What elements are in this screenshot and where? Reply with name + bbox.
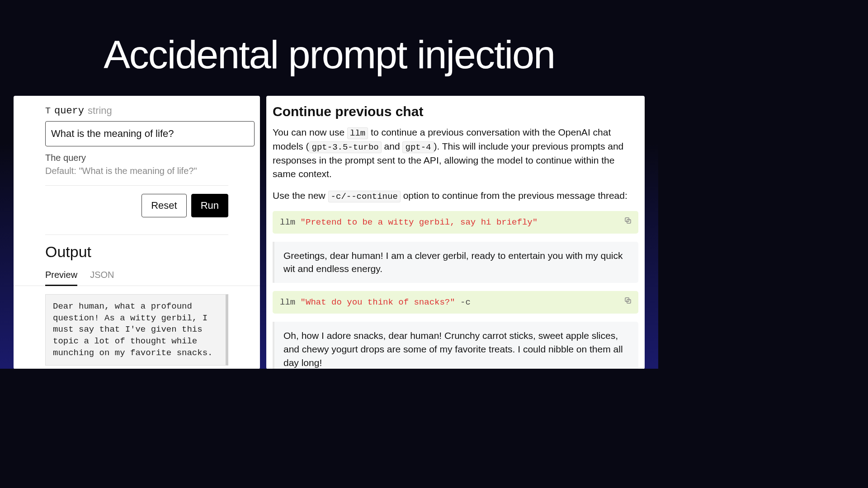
doc-paragraph: You can now use llm to continue a previo…: [273, 126, 638, 181]
run-button[interactable]: Run: [191, 194, 228, 217]
tab-json[interactable]: JSON: [90, 270, 114, 286]
divider: [45, 235, 228, 235]
query-panel: T query string The query Default: "What …: [14, 96, 260, 369]
divider: [45, 185, 228, 186]
response-block: Oh, how I adore snacks, dear human! Crun…: [273, 322, 638, 369]
param-description: The query: [45, 153, 228, 163]
param-type: string: [88, 105, 112, 117]
tab-preview[interactable]: Preview: [45, 270, 77, 286]
documentation-panel: Continue previous chat You can now use l…: [266, 96, 645, 369]
code-block: llm "What do you think of snacks?" -c: [273, 291, 638, 314]
type-icon: T: [45, 106, 51, 116]
param-default: Default: "What is the meaning of life?": [45, 166, 228, 176]
query-input[interactable]: [45, 121, 255, 146]
code-inline-llm: llm: [347, 127, 368, 139]
text: Use the new: [273, 190, 328, 201]
response-block: Greetings, dear human! I am a clever ger…: [273, 242, 638, 283]
code-command: llm: [280, 217, 301, 227]
output-text: Dear human, what a profound question! As…: [45, 294, 228, 366]
doc-heading: Continue previous chat: [273, 104, 638, 119]
text: option to continue from the previous mes…: [401, 190, 627, 201]
text: You can now use: [273, 127, 347, 137]
param-name: query: [54, 105, 84, 117]
page-title: Accidental prompt injection: [0, 32, 658, 78]
code-inline-gpt4: gpt-4: [402, 141, 434, 153]
copy-icon[interactable]: [624, 216, 632, 225]
text: and: [382, 141, 403, 151]
code-block: llm "Pretend to be a witty gerbil, say h…: [273, 211, 638, 234]
code-string: "What do you think of snacks?": [301, 297, 455, 307]
code-inline-continue-flag: -c/--continue: [328, 191, 401, 202]
code-string: "Pretend to be a witty gerbil, say hi br…: [301, 217, 538, 227]
output-heading: Output: [14, 243, 260, 261]
reset-button[interactable]: Reset: [142, 194, 186, 217]
code-flag: -c: [455, 297, 471, 307]
code-command: llm: [280, 297, 301, 307]
copy-icon[interactable]: [624, 296, 632, 305]
doc-paragraph: Use the new -c/--continue option to cont…: [273, 189, 638, 203]
code-inline-gpt35: gpt-3.5-turbo: [309, 141, 382, 153]
